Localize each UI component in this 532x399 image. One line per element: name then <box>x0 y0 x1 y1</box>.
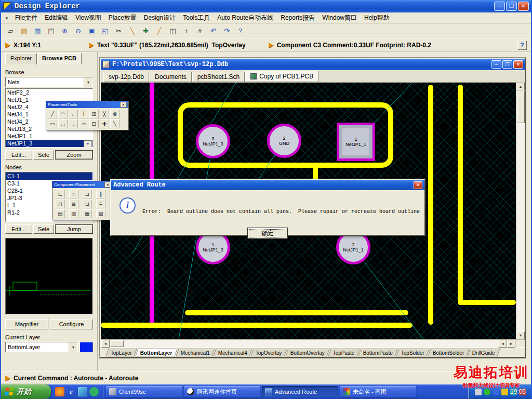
place-arc-edge-icon[interactable]: ◠ <box>58 110 68 118</box>
align-top-icon[interactable]: ⊓ <box>56 200 65 208</box>
msn-icon[interactable] <box>89 387 99 396</box>
taskbar-task[interactable]: 腾讯网迷你首页 <box>184 386 260 397</box>
node-jump-button[interactable]: Jump <box>55 224 93 234</box>
place-fill-icon[interactable]: ▭ <box>48 119 57 128</box>
chevron-down-icon[interactable]: ▼ <box>69 342 77 352</box>
minimize-button[interactable]: ─ <box>494 2 505 11</box>
place-text-icon[interactable]: T <box>79 110 88 118</box>
place-coordinate-icon[interactable]: ⊞ <box>89 110 99 118</box>
context-help-button[interactable]: ? <box>517 41 527 50</box>
placement-tools-palette[interactable]: PlacementTools ✕ ╱◠◟T⊞╳⊗▭◡◞▱⊟✚╲ <box>46 101 129 130</box>
node-list-item[interactable]: C1-1 <box>6 172 92 180</box>
node-select-button[interactable]: Sele <box>33 224 54 234</box>
doc-minimize-button[interactable]: ─ <box>491 60 501 69</box>
palette-titlebar[interactable]: ComponentPlacement ✕ <box>52 181 113 188</box>
menu-item[interactable]: File文件 <box>11 12 41 24</box>
taskbar-task[interactable]: 未命名 - 画图 <box>340 386 416 397</box>
align-right-icon[interactable]: ⊐ <box>83 190 92 198</box>
place-split-icon[interactable]: ╲ <box>110 119 119 128</box>
arrange-room-icon[interactable]: ▤ <box>56 209 65 218</box>
layer-tab[interactable]: BottomOverlay <box>285 349 330 356</box>
space-vertical-icon[interactable]: = <box>96 200 105 208</box>
move-to-grid-icon[interactable]: ▦ <box>83 209 92 218</box>
node-edit-button[interactable]: Edit... <box>5 224 32 234</box>
document-tab[interactable]: Copy of PCB1.PCB <box>245 71 318 82</box>
chevron-down-icon[interactable]: ▼ <box>84 77 92 87</box>
net-edit-button[interactable]: Edit... <box>5 150 32 159</box>
layer-tab[interactable]: TopSolder <box>396 349 429 356</box>
layer-tab[interactable]: BottomSolder <box>428 349 469 356</box>
highlight-net-icon[interactable]: ╲ <box>126 25 139 37</box>
cut-icon[interactable]: ✂ <box>112 25 125 37</box>
layer-tab[interactable]: Mechanical1 <box>176 349 215 356</box>
messenger-icon[interactable] <box>501 389 508 395</box>
menu-item[interactable]: Window窗口 <box>318 12 361 24</box>
taskbar-task[interactable]: Advanced Route <box>262 386 338 397</box>
component-placement-palette[interactable]: ComponentPlacement ✕ ⊏≡⊐∥⊓≣⊔=▤▥▦▧ <box>52 181 113 220</box>
doc-close-button[interactable]: ✕ <box>513 60 523 69</box>
align-middle-icon[interactable]: ≣ <box>69 200 78 208</box>
align-bottom-icon[interactable]: ⊔ <box>83 200 92 208</box>
space-horizontal-icon[interactable]: ∥ <box>96 190 105 198</box>
scrollbar-thumb[interactable] <box>110 340 124 347</box>
place-room-icon[interactable]: ⊗ <box>110 110 119 118</box>
document-tab[interactable]: svp-12p.Ddb <box>103 72 149 82</box>
start-button[interactable]: 开始 <box>1 384 51 399</box>
menu-item[interactable]: View视图 <box>72 12 105 24</box>
place-track-icon[interactable]: ╱ <box>153 25 166 37</box>
palette-titlebar[interactable]: PlacementTools ✕ <box>46 101 128 108</box>
undo-icon[interactable]: ↶ <box>207 25 220 37</box>
layer-tab[interactable]: BottomPaste <box>358 349 398 356</box>
save-icon[interactable]: ▦ <box>31 25 44 37</box>
layer-tab[interactable]: TopPaste <box>328 349 360 356</box>
scrollbar-thumb[interactable] <box>517 91 525 123</box>
cross-probe-icon[interactable]: ✚ <box>139 25 152 37</box>
help-icon[interactable]: ? <box>234 25 247 37</box>
taskbar-task[interactable]: Client99se <box>106 386 182 397</box>
zoom-out-icon[interactable]: ⊖ <box>72 25 85 37</box>
tab-scroll-left-icon[interactable]: ◄ <box>499 340 507 348</box>
component-placement-icon[interactable]: ▱ <box>4 25 17 37</box>
zoom-window-icon[interactable]: ▣ <box>85 25 98 37</box>
layer-tab[interactable]: Mechanical4 <box>213 349 252 356</box>
net-list-item[interactable]: NetF2_2 <box>6 89 92 96</box>
antivirus-icon[interactable] <box>484 389 490 395</box>
net-zoom-button[interactable]: Zoom <box>55 150 93 159</box>
print-icon[interactable]: ▤ <box>45 25 58 37</box>
volume-icon[interactable] <box>475 389 482 395</box>
maximize-button[interactable]: ❐ <box>506 2 517 11</box>
system-menu-icon[interactable]: ▾ <box>2 16 11 21</box>
arrange-rect-icon[interactable]: ▥ <box>69 209 78 218</box>
layer-tab[interactable]: BottomLayer <box>135 349 177 356</box>
place-track-icon[interactable]: ╱ <box>48 110 57 118</box>
align-center-icon[interactable]: ≡ <box>69 190 78 198</box>
origin-icon[interactable]: + <box>180 25 193 37</box>
media-player-icon[interactable] <box>55 387 64 396</box>
measure-icon[interactable]: ◫ <box>166 25 179 37</box>
close-button[interactable]: ✕ <box>518 2 529 11</box>
menu-item[interactable]: Design设计 <box>140 12 179 24</box>
qq-tray-icon[interactable] <box>493 389 499 395</box>
scroll-up-icon[interactable]: ▲ <box>516 83 525 90</box>
scroll-left-icon[interactable]: ◄ <box>101 340 110 348</box>
redo-icon[interactable]: ↷ <box>220 25 233 37</box>
net-list-item[interactable]: NetJP1_1 <box>6 132 92 140</box>
scroll-down-icon[interactable]: ▼ <box>516 331 525 339</box>
place-polygon-icon[interactable]: ▱ <box>79 119 88 128</box>
menu-item[interactable]: Reports报告 <box>277 12 318 24</box>
horizontal-scrollbar[interactable]: ◄ ◄ ► <box>101 339 525 347</box>
document-tab[interactable]: Documents <box>150 72 192 82</box>
vertical-scrollbar[interactable]: ▲ ▼ <box>516 83 525 339</box>
open-document-icon[interactable]: ▨ <box>18 25 31 37</box>
pcb-pad[interactable]: 3NetJP1_3 <box>196 124 230 158</box>
zoom-fit-icon[interactable]: ◱ <box>99 25 112 37</box>
place-arc-center-icon[interactable]: ◟ <box>69 110 78 118</box>
grid-icon[interactable]: # <box>193 25 206 37</box>
taskbar-clock[interactable]: 19:05 <box>510 388 526 395</box>
zoom-in-icon[interactable]: ⊕ <box>58 25 71 37</box>
place-dimension-icon[interactable]: ╳ <box>100 110 109 118</box>
magnifier-preview[interactable] <box>5 238 93 315</box>
pcb-pad[interactable]: 1NetJP1_1 <box>337 123 375 161</box>
pcb-pad[interactable]: 2GND <box>267 124 301 158</box>
panel-tab[interactable]: Browse PCB <box>37 53 82 64</box>
